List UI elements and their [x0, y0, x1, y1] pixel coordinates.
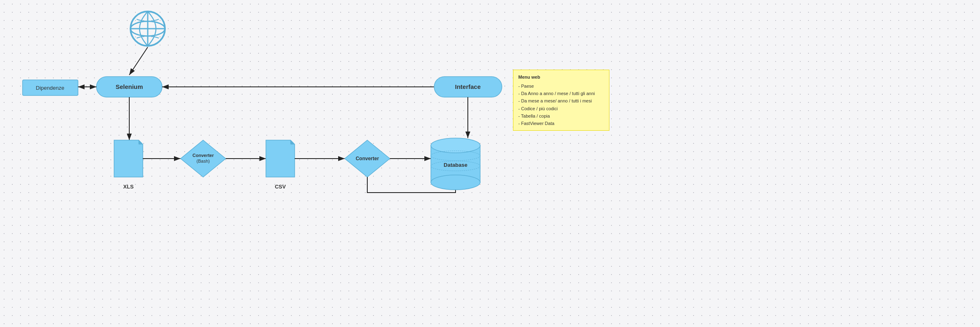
diagram-svg: Selenium Dipendenze Interface XLS Conver… [0, 0, 980, 327]
dipendenze-label: Dipendenze [36, 85, 64, 91]
svg-point-26 [431, 151, 480, 161]
svg-marker-16 [181, 140, 226, 177]
diagram-container: Selenium Dipendenze Interface XLS Conver… [0, 0, 980, 327]
note-item-3: - Da mese a mese/ anno / tutti i mesi [518, 97, 604, 104]
note-title: Menu web [518, 73, 604, 81]
note-box: Menu web - Paese - Da Anno a anno / mese… [513, 70, 609, 131]
xls-label: XLS [123, 184, 134, 190]
svg-rect-11 [434, 77, 502, 97]
converter-label: Converter [356, 156, 379, 161]
note-item-6: - FastViewer Data [518, 120, 604, 127]
svg-marker-19 [291, 140, 295, 144]
svg-point-24 [431, 138, 480, 153]
converter-bash-node: Converter (Bash) [181, 140, 226, 177]
converter-node: Converter [345, 140, 390, 177]
converter-bash-label-2: (Bash) [197, 159, 210, 164]
note-item-2: - Da Anno a anno / mese / tutti gli anni [518, 90, 604, 97]
interface-label: Interface [455, 83, 481, 90]
svg-point-25 [431, 175, 480, 190]
database-label: Database [444, 162, 467, 168]
converter-bash-label-1: Converter [192, 153, 214, 158]
note-item-4: - Codice / più codici [518, 105, 604, 112]
svg-point-3 [131, 21, 165, 36]
note-item-5: - Tabella / copia [518, 112, 604, 120]
svg-marker-21 [345, 140, 390, 177]
selenium-label: Selenium [116, 83, 143, 90]
svg-rect-8 [23, 80, 78, 95]
svg-rect-23 [431, 145, 480, 182]
svg-line-6 [129, 47, 148, 75]
csv-node: CSV [266, 140, 295, 190]
svg-point-27 [431, 161, 480, 171]
svg-point-2 [131, 11, 165, 46]
note-item-1: - Paese [518, 82, 604, 90]
svg-marker-14 [139, 140, 143, 144]
globe-icon [131, 11, 165, 46]
svg-marker-13 [114, 140, 143, 177]
svg-marker-18 [266, 140, 295, 177]
svg-rect-7 [96, 77, 162, 97]
database-node: Database [431, 138, 480, 190]
csv-label: CSV [275, 184, 286, 190]
xls-node: XLS [114, 140, 143, 190]
